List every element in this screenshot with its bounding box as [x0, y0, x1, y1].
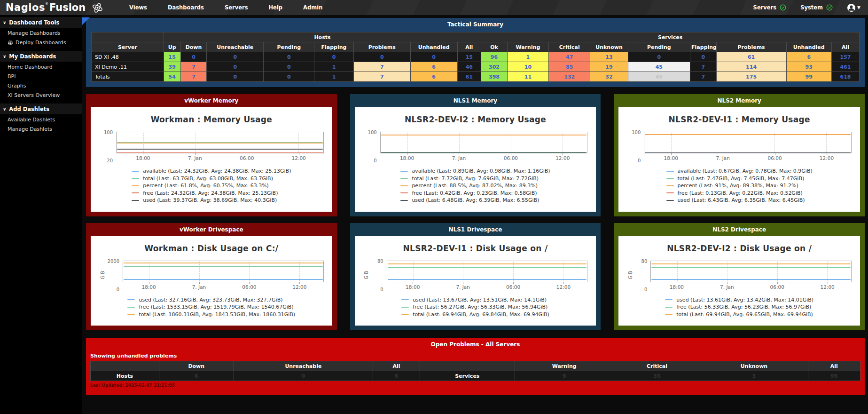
tactical-server-cell[interactable]: Totals	[92, 72, 164, 82]
sidebar-section-header-my-dashboards[interactable]: ∨My Dashboards	[0, 51, 82, 62]
tactical-value-cell[interactable]: 85	[549, 62, 590, 72]
dashlet-title[interactable]: vWorker Drivespace	[86, 223, 337, 236]
legend-item-free[interactable]: free (Last: 0.42GiB, Avg: 0.23GiB, Max: …	[400, 190, 550, 197]
open-problems-value-cell[interactable]: 6	[159, 371, 234, 381]
sidebar-section-header-add-dashlets[interactable]: ∨Add Dashlets	[0, 104, 82, 114]
tactical-value-cell[interactable]: 6	[410, 72, 457, 82]
sidebar-item-manage-dashboards[interactable]: Manage Dashboards	[0, 29, 82, 37]
tactical-value-cell[interactable]: 0	[207, 52, 264, 62]
tactical-server-cell[interactable]: SD XI .48	[92, 52, 164, 62]
open-problems-value-cell[interactable]: 9	[515, 371, 614, 381]
tactical-value-cell[interactable]: 1	[314, 72, 353, 82]
legend-item-available[interactable]: available (Last: 0.67GiB, Avg: 0.78GiB, …	[666, 167, 813, 175]
tactical-value-cell[interactable]: 39	[164, 62, 180, 72]
tactical-value-cell[interactable]: 7	[353, 62, 410, 72]
legend-item-percent[interactable]: percent (Last: 91%, Avg: 89.38%, Max: 91…	[666, 182, 813, 190]
tactical-value-cell[interactable]: 11	[507, 72, 548, 82]
tactical-value-cell[interactable]: 15	[164, 52, 180, 62]
legend-item-percent[interactable]: percent (Last: 61.8%, Avg: 60.75%, Max: …	[132, 182, 291, 190]
status-system[interactable]: System	[800, 4, 833, 11]
legend-item-total[interactable]: total (Last: 69.94GiB, Avg: 69.84GiB, Ma…	[401, 311, 549, 318]
tactical-value-cell[interactable]: 15	[457, 52, 481, 62]
legend-item-total[interactable]: total (Last: 1860.31GiB, Avg: 1843.53GiB…	[127, 311, 295, 318]
tactical-value-cell[interactable]: 1	[507, 52, 548, 62]
tactical-value-cell[interactable]: 0	[264, 52, 314, 62]
tactical-value-cell[interactable]: 0	[314, 52, 353, 62]
sidebar-item-xi-servers-overview[interactable]: XI Servers Overview	[0, 91, 82, 99]
tactical-value-cell[interactable]: 7	[180, 62, 207, 72]
tactical-value-cell[interactable]: 99	[786, 72, 831, 82]
sidebar-item-graphs[interactable]: Graphs	[0, 82, 82, 90]
tactical-value-cell[interactable]: 398	[481, 72, 508, 82]
tactical-value-cell[interactable]: 0	[264, 72, 314, 82]
tactical-server-cell[interactable]: XI Demo .11	[92, 62, 164, 72]
dashlet-title[interactable]: NLS1 Memory	[350, 94, 601, 107]
legend-item-free[interactable]: free (Last: 0.13GiB, Avg: 0.22GiB, Max: …	[666, 190, 813, 197]
tactical-value-cell[interactable]: 302	[481, 62, 508, 72]
tactical-value-cell[interactable]: 0	[180, 52, 207, 62]
user-menu[interactable]: ▼	[847, 3, 860, 12]
legend-item-percent[interactable]: percent (Last: 88.5%, Avg: 87.02%, Max: …	[400, 182, 550, 190]
legend-item-total[interactable]: total (Last: 69.94GiB, Avg: 69.65GiB, Ma…	[665, 311, 813, 318]
tactical-value-cell[interactable]: 7	[353, 72, 410, 82]
tactical-value-cell[interactable]: 6	[786, 52, 831, 62]
legend-item-total[interactable]: total (Last: 7.72GiB, Avg: 7.69GiB, Max:…	[400, 175, 550, 183]
dashlet-title[interactable]: NLS1 Drivespace	[350, 223, 601, 236]
tactical-value-cell[interactable]: 13	[590, 52, 628, 62]
legend-item-used[interactable]: used (Last: 39.37GiB, Avg: 38.69GiB, Max…	[132, 197, 291, 204]
sidebar-item-deploy-dashboards[interactable]: Deploy Dashboards	[0, 39, 82, 47]
dashlet-title[interactable]: NLS2 Drivespace	[614, 223, 865, 236]
tactical-value-cell[interactable]: 32	[590, 72, 628, 82]
legend-item-available[interactable]: available (Last: 24.32GiB, Avg: 24.38GiB…	[132, 167, 291, 175]
legend-item-free[interactable]: free (Last: 24.32GiB, Avg: 24.38GiB, Max…	[132, 190, 291, 197]
legend-item-used[interactable]: used (Last: 6.48GiB, Avg: 6.39GiB, Max: …	[400, 197, 550, 204]
tactical-value-cell[interactable]: 461	[831, 62, 859, 72]
tactical-value-cell[interactable]: 0	[353, 52, 410, 62]
tactical-value-cell[interactable]: 19	[590, 62, 628, 72]
sidebar-item-manage-dashlets[interactable]: Manage Dashlets	[0, 125, 82, 133]
tactical-value-cell[interactable]: 157	[831, 52, 859, 62]
tactical-value-cell[interactable]: 45	[628, 72, 690, 82]
tactical-value-cell[interactable]: 0	[628, 52, 690, 62]
legend-item-used[interactable]: used (Last: 6.43GiB, Avg: 6.35GiB, Max: …	[666, 197, 813, 204]
tactical-value-cell[interactable]: 96	[481, 52, 508, 62]
open-problems-value-cell[interactable]: 99	[808, 371, 860, 381]
nav-item-admin[interactable]: Admin	[303, 4, 322, 11]
legend-item-free[interactable]: free (Last: 56.33GiB, Avg: 56.23GiB, Max…	[665, 303, 813, 311]
tactical-value-cell[interactable]: 6	[410, 62, 457, 72]
tactical-value-cell[interactable]: 7	[180, 72, 207, 82]
tactical-value-cell[interactable]: 61	[457, 72, 481, 82]
sidebar-item-home-dashboard[interactable]: Home Dashboard	[0, 63, 82, 71]
sidebar-item-available-dashlets[interactable]: Available Dashlets	[0, 116, 82, 124]
legend-item-total[interactable]: total (Last: 63.7GiB, Avg: 63.08GiB, Max…	[132, 175, 291, 183]
tactical-value-cell[interactable]: 7	[690, 72, 717, 82]
tactical-value-cell[interactable]: 114	[716, 62, 786, 72]
brand-logo[interactable]: Nagios®Fusion	[6, 2, 107, 14]
tactical-value-cell[interactable]: 54	[164, 72, 180, 82]
tactical-value-cell[interactable]: 45	[628, 62, 690, 72]
legend-item-free[interactable]: free (Last: 1533.15GiB, Avg: 1519.79GiB,…	[127, 303, 295, 311]
tactical-value-cell[interactable]: 93	[786, 62, 831, 72]
nav-item-servers[interactable]: Servers	[225, 4, 248, 11]
tactical-value-cell[interactable]: 46	[457, 62, 481, 72]
nav-item-help[interactable]: Help	[268, 4, 282, 11]
tactical-value-cell[interactable]: 175	[716, 72, 786, 82]
legend-item-used[interactable]: used (Last: 327.16GiB, Avg: 323.73GiB, M…	[127, 296, 295, 304]
open-problems-value-cell[interactable]: 35	[614, 371, 700, 381]
tactical-value-cell[interactable]: 7	[690, 62, 717, 72]
open-problems-value-cell[interactable]: 0	[234, 371, 373, 381]
status-servers[interactable]: Servers	[753, 4, 787, 11]
tactical-value-cell[interactable]: 0	[207, 62, 264, 72]
tactical-value-cell[interactable]: 61	[716, 52, 786, 62]
dashlet-title[interactable]: NLS2 Memory	[614, 94, 865, 107]
sidebar-section-header-dashboard-tools[interactable]: ∨Dashboard Tools	[0, 17, 82, 28]
tactical-value-cell[interactable]: 1	[314, 62, 353, 72]
dashlet-title[interactable]: vWorker Memory	[86, 94, 337, 107]
legend-item-available[interactable]: available (Last: 0.89GiB, Avg: 0.98GiB, …	[400, 167, 550, 175]
tactical-value-cell[interactable]: 0	[264, 62, 314, 72]
tactical-value-cell[interactable]: 0	[690, 52, 717, 62]
tactical-value-cell[interactable]: 132	[549, 72, 590, 82]
nav-item-dashboards[interactable]: Dashboards	[168, 4, 204, 11]
legend-item-free[interactable]: free (Last: 56.27GiB, Avg: 56.33GiB, Max…	[401, 303, 549, 311]
open-problems-value-cell[interactable]: 3	[700, 371, 808, 381]
